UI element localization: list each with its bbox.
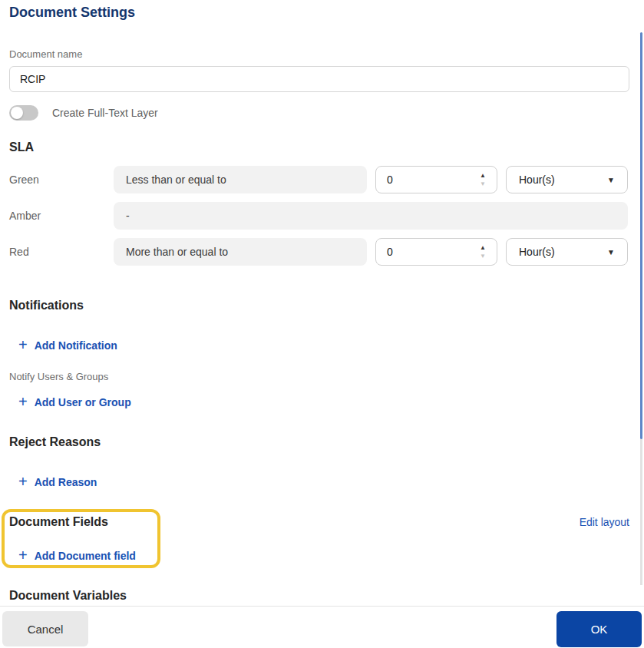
sla-green-spinners: ▲ ▼: [480, 173, 486, 187]
caret-down-icon: ▼: [607, 248, 615, 256]
full-text-layer-toggle[interactable]: [9, 105, 38, 121]
add-notification-label: Add Notification: [35, 339, 117, 352]
add-notification-button[interactable]: + Add Notification: [9, 339, 117, 352]
cancel-button[interactable]: Cancel: [2, 611, 88, 646]
sla-rows: Green Less than or equal to 0 ▲ ▼ Hour(s…: [9, 166, 629, 266]
add-user-or-group-label: Add User or Group: [35, 395, 131, 409]
edit-layout-link[interactable]: Edit layout: [580, 516, 629, 528]
sla-row-green: Green Less than or equal to 0 ▲ ▼ Hour(s…: [9, 166, 629, 193]
sla-amber-condition-field: -: [114, 202, 628, 230]
plus-icon: +: [18, 338, 28, 352]
sla-red-label: Red: [9, 238, 114, 266]
sla-red-unit-value: Hour(s): [519, 246, 555, 258]
sla-row-red: Red More than or equal to 0 ▲ ▼ Hour(s) …: [9, 238, 629, 266]
add-document-field-button[interactable]: + Add Document field: [9, 549, 136, 563]
sla-green-value-input[interactable]: 0 ▲ ▼: [375, 166, 497, 193]
sla-green-label: Green: [9, 166, 114, 193]
plus-icon: +: [18, 548, 28, 562]
document-variables-heading: Document Variables: [9, 588, 629, 603]
toggle-knob: [11, 107, 23, 119]
scrollbar-thumb[interactable]: [640, 32, 642, 439]
sla-red-value: 0: [387, 246, 393, 258]
spinner-up-icon[interactable]: ▲: [480, 245, 486, 251]
full-text-layer-label: Create Full-Text Layer: [52, 107, 158, 119]
sla-red-spinners: ▲ ▼: [480, 245, 486, 260]
sla-red-value-input[interactable]: 0 ▲ ▼: [375, 238, 497, 266]
document-name-label: Document name: [9, 48, 629, 60]
document-name-input[interactable]: [9, 66, 629, 92]
sla-heading: SLA: [9, 140, 629, 154]
ok-button[interactable]: OK: [556, 611, 642, 647]
plus-icon: +: [18, 474, 28, 488]
document-fields-header-row: Document Fields Edit layout: [9, 514, 629, 529]
footer: Cancel OK: [0, 607, 644, 648]
add-document-field-label: Add Document field: [35, 549, 136, 563]
caret-down-icon: ▼: [607, 176, 615, 184]
spinner-down-icon[interactable]: ▼: [480, 253, 486, 260]
sla-green-unit-select[interactable]: Hour(s) ▼: [506, 166, 628, 193]
sla-green-value: 0: [387, 174, 393, 186]
add-reason-button[interactable]: + Add Reason: [9, 475, 97, 489]
sla-green-condition-select[interactable]: Less than or equal to: [114, 166, 367, 193]
notifications-heading: Notifications: [9, 298, 629, 312]
sla-row-amber: Amber -: [9, 202, 629, 230]
document-settings-panel: Document Settings Document name Create F…: [0, 3, 644, 603]
add-user-or-group-button[interactable]: + Add User or Group: [9, 395, 131, 409]
sla-red-condition-select[interactable]: More than or equal to: [114, 238, 367, 266]
sla-red-unit-select[interactable]: Hour(s) ▼: [506, 238, 628, 266]
full-text-layer-row: Create Full-Text Layer: [9, 105, 629, 121]
sla-amber-label: Amber: [9, 202, 114, 230]
page-title: Document Settings: [9, 3, 629, 21]
sla-green-unit-value: Hour(s): [519, 174, 555, 186]
notify-users-groups-label: Notify Users & Groups: [9, 371, 629, 382]
plus-icon: +: [18, 395, 28, 408]
add-reason-label: Add Reason: [35, 475, 97, 489]
document-fields-heading: Document Fields: [9, 514, 108, 529]
scrollbar-track[interactable]: [640, 439, 642, 585]
reject-reasons-heading: Reject Reasons: [9, 435, 629, 449]
spinner-down-icon[interactable]: ▼: [480, 181, 486, 187]
spinner-up-icon[interactable]: ▲: [480, 173, 486, 179]
